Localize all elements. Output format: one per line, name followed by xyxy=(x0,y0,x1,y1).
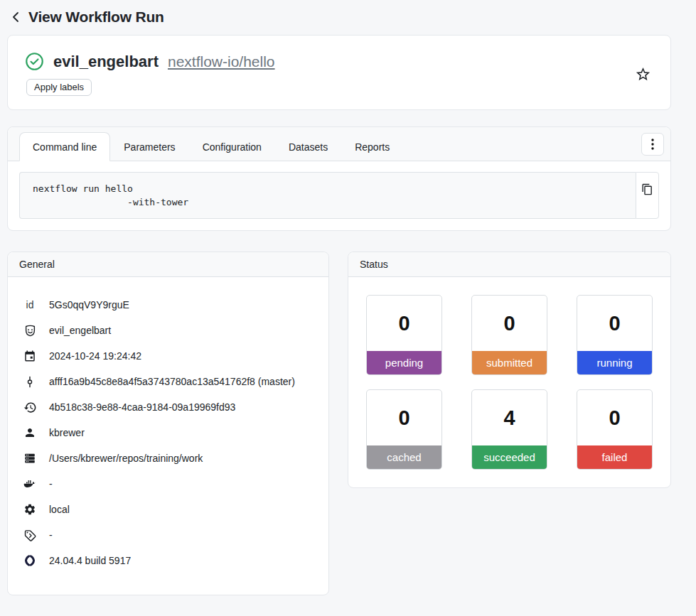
star-outline-icon xyxy=(635,66,651,82)
cached-label: cached xyxy=(367,445,441,469)
tab-datasets[interactable]: Datasets xyxy=(275,132,341,161)
apply-labels-button[interactable]: Apply labels xyxy=(26,79,92,96)
tab-list: Command line Parameters Configuration Da… xyxy=(19,132,403,161)
command-line-panel: nextflow run hello -with-tower xyxy=(8,161,670,230)
run-name-value: evil_engelbart xyxy=(49,325,111,336)
general-item-container: - xyxy=(23,471,318,497)
tab-command-line[interactable]: Command line xyxy=(19,132,110,161)
star-button[interactable] xyxy=(634,66,652,82)
tag-icon xyxy=(23,529,37,542)
submitted-label: submitted xyxy=(472,351,547,374)
kebab-menu-icon xyxy=(651,139,654,150)
run-name: evil_engelbart xyxy=(53,53,159,71)
copy-icon xyxy=(641,183,653,195)
general-item-user: kbrewer xyxy=(23,420,318,445)
running-count: 0 xyxy=(577,296,652,351)
pending-count: 0 xyxy=(367,296,441,351)
general-item-start-date: 2024-10-24 19:24:42 xyxy=(23,343,318,369)
general-item-id: id 5Gs0qqV9Y9rguE xyxy=(23,292,318,318)
git-commit-icon xyxy=(23,375,37,389)
status-tile-submitted: 0 submitted xyxy=(471,295,547,375)
workdir-value: /Users/kbrewer/repos/training/work xyxy=(49,453,203,464)
general-item-run-name: evil_engelbart xyxy=(23,318,318,343)
status-tile-failed: 0 failed xyxy=(577,389,653,470)
session-id-value: 4b518c38-9e88-4caa-9184-09a19969fd93 xyxy=(49,401,235,413)
container-value: - xyxy=(49,478,53,490)
general-item-nextflow-version: 24.04.4 build 5917 xyxy=(23,548,318,573)
check-circle-icon xyxy=(25,52,44,71)
start-date-value: 2024-10-24 19:24:42 xyxy=(49,350,141,362)
tab-reports[interactable]: Reports xyxy=(341,132,403,161)
back-button[interactable] xyxy=(11,11,21,23)
docker-icon xyxy=(23,477,37,491)
repo-link[interactable]: nextflow-io/hello xyxy=(168,53,275,70)
user-value: kbrewer xyxy=(49,427,85,438)
tab-parameters[interactable]: Parameters xyxy=(110,132,188,161)
view-workflow-run-page: View Workflow Run evil_engelbart nextflo… xyxy=(0,0,696,610)
calendar-icon xyxy=(23,350,37,362)
executor-gear-icon xyxy=(23,503,37,516)
chevron-left-icon xyxy=(11,11,21,23)
general-item-tags: - xyxy=(23,522,318,548)
running-label: running xyxy=(577,351,652,374)
succeeded-count: 4 xyxy=(472,390,547,445)
page-title: View Workflow Run xyxy=(28,9,164,26)
general-list: id 5Gs0qqV9Y9rguE evil_engelbart 2024-10… xyxy=(8,277,328,595)
options-menu-button[interactable] xyxy=(641,133,664,156)
session-history-icon xyxy=(23,401,37,414)
executor-value: local xyxy=(49,504,70,515)
status-grid: 0 pending 0 submitted 0 running 0 cached xyxy=(366,295,653,470)
id-label: id xyxy=(23,299,37,310)
run-summary-left: evil_engelbart nextflow-io/hello Apply l… xyxy=(25,52,275,96)
status-tile-running: 0 running xyxy=(577,295,653,375)
general-card-header: General xyxy=(8,252,328,277)
status-card-header: Status xyxy=(348,252,670,277)
general-item-executor: local xyxy=(23,497,318,522)
run-id-value: 5Gs0qqV9Y9rguE xyxy=(49,299,129,310)
status-body: 0 pending 0 submitted 0 running 0 cached xyxy=(348,277,670,487)
general-item-session: 4b518c38-9e88-4caa-9184-09a19969fd93 xyxy=(23,394,318,420)
command-line-code: nextflow run hello -with-tower xyxy=(19,172,636,219)
succeeded-label: succeeded xyxy=(472,445,547,469)
status-tile-cached: 0 cached xyxy=(366,389,442,470)
workdir-server-icon xyxy=(23,452,37,465)
nextflow-version-value: 24.04.4 build 5917 xyxy=(49,555,131,566)
status-card: Status 0 pending 0 submitted 0 running xyxy=(348,252,671,488)
general-item-commit: afff16a9b45c8e8a4f5a3743780ac13a541762f8… xyxy=(23,369,318,394)
submitted-count: 0 xyxy=(472,296,547,351)
commit-value: afff16a9b45c8e8a4f5a3743780ac13a541762f8… xyxy=(49,376,295,387)
pending-label: pending xyxy=(367,351,441,374)
status-tile-pending: 0 pending xyxy=(366,295,442,375)
run-title-row: evil_engelbart nextflow-io/hello xyxy=(25,52,275,71)
general-card: General id 5Gs0qqV9Y9rguE evil_engelbart xyxy=(7,252,329,595)
run-name-mask-icon xyxy=(23,324,37,337)
general-item-workdir: /Users/kbrewer/repos/training/work xyxy=(23,445,318,471)
user-icon xyxy=(23,426,37,439)
run-details-tabs-card: Command line Parameters Configuration Da… xyxy=(7,126,671,231)
tab-configuration[interactable]: Configuration xyxy=(189,132,275,161)
command-line-block: nextflow run hello -with-tower xyxy=(19,172,659,219)
run-summary-card: evil_engelbart nextflow-io/hello Apply l… xyxy=(7,35,671,110)
details-columns: General id 5Gs0qqV9Y9rguE evil_engelbart xyxy=(7,252,671,595)
tags-value: - xyxy=(49,529,53,541)
failed-label: failed xyxy=(577,445,652,469)
nextflow-icon xyxy=(23,553,37,568)
status-tile-succeeded: 4 succeeded xyxy=(471,389,547,470)
copy-button[interactable] xyxy=(636,172,659,219)
tabs-header: Command line Parameters Configuration Da… xyxy=(8,127,670,161)
cached-count: 0 xyxy=(367,390,441,445)
page-header: View Workflow Run xyxy=(7,6,671,35)
failed-count: 0 xyxy=(577,390,652,445)
